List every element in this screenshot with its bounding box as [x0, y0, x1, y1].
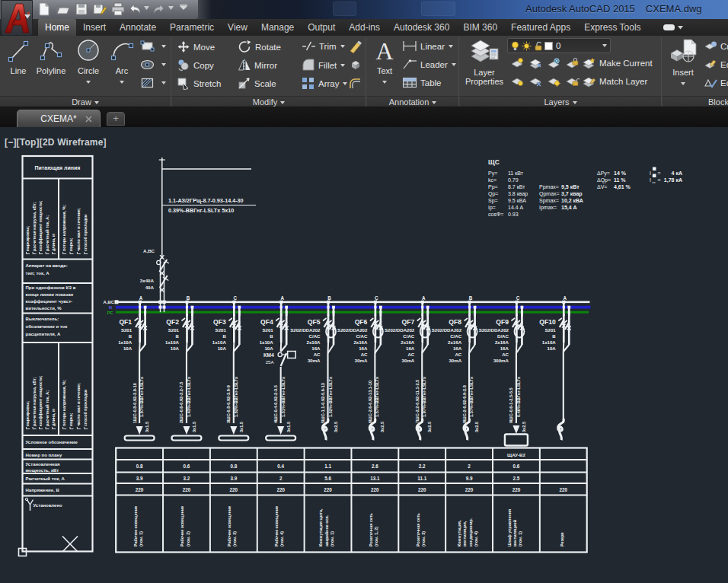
ribbon-tab-home[interactable]: Home: [38, 19, 76, 36]
panel-label-draw[interactable]: Draw: [0, 96, 171, 107]
ribbon-display-toggle[interactable]: [663, 19, 683, 36]
leader-button[interactable]: Leader: [402, 59, 456, 70]
scale-button[interactable]: Scale: [238, 77, 276, 90]
text-dropdown-icon[interactable]: [382, 81, 387, 84]
circle-dropdown-icon[interactable]: [86, 81, 91, 84]
application-menu-button[interactable]: [1, 0, 33, 36]
autocad-window: Autodesk AutoCAD 2015CXEMA.dwg: [0, 0, 728, 583]
svg-text:220: 220: [371, 487, 379, 492]
layer-freeze-button[interactable]: [547, 57, 564, 69]
redo-button[interactable]: [152, 2, 167, 17]
drawing-canvas[interactable]: [−][Top][2D Wireframe] Питающая линиямар…: [0, 127, 728, 583]
stretch-button[interactable]: Stretch: [177, 77, 221, 90]
mirror-button[interactable]: Mirror: [238, 59, 277, 72]
copy-button[interactable]: Copy: [177, 59, 214, 72]
fillet-dropdown-icon[interactable]: [340, 64, 345, 67]
scale-icon: [238, 77, 251, 90]
ribbon-tab-add-ins[interactable]: Add-ins: [342, 19, 387, 36]
ribbon-tab-bim-360[interactable]: BIM 360: [456, 19, 504, 36]
explode-button[interactable]: [349, 59, 366, 72]
open-file-button[interactable]: [56, 2, 71, 17]
qat-customize-button[interactable]: [176, 2, 191, 17]
svg-text:марка;: марка;: [69, 413, 73, 426]
panel-label-annotation[interactable]: Annotation: [367, 96, 458, 107]
redo-dropdown[interactable]: [168, 6, 174, 11]
ribbon-toggle-icon: [663, 24, 683, 31]
plot-button[interactable]: [110, 2, 126, 17]
line-button[interactable]: Line: [5, 38, 32, 75]
ribbon-tab-parametric[interactable]: Parametric: [163, 19, 221, 36]
make-current-button[interactable]: Make Current: [582, 57, 653, 69]
ribbon-tab-manage[interactable]: Manage: [254, 19, 301, 36]
layer-unisolate-button[interactable]: [528, 57, 546, 69]
move-button[interactable]: Move: [177, 40, 215, 53]
rectangle-dropdown-icon[interactable]: [161, 45, 166, 48]
ellipse-dropdown-icon[interactable]: [161, 63, 166, 66]
file-tab-cxema[interactable]: CXEMA*: [17, 110, 101, 127]
dimension-linear-button[interactable]: Linear: [402, 40, 453, 52]
text-button[interactable]: A Text: [370, 38, 399, 85]
layer-unlock-button[interactable]: [565, 75, 583, 88]
svg-text:1.97%-ВВГнг-LSLTх: 1.97%-ВВГнг-LSLTх: [422, 376, 426, 417]
layer-combo-dropdown-icon[interactable]: [602, 44, 607, 47]
layer-on-button[interactable]: [510, 75, 528, 88]
array-button[interactable]: Array: [302, 77, 347, 90]
save-button[interactable]: [74, 2, 89, 17]
ribbon-tab-insert[interactable]: Insert: [76, 19, 113, 36]
trim-button[interactable]: Trim: [302, 40, 345, 53]
erase-button[interactable]: [349, 40, 366, 53]
leader-dropdown-icon[interactable]: [452, 63, 456, 66]
ribbon-tab-express-tools[interactable]: Express Tools: [577, 19, 647, 36]
arc-button[interactable]: Arc: [107, 38, 136, 85]
undo-button[interactable]: [127, 2, 142, 17]
layer-select[interactable]: 0: [507, 38, 611, 53]
ribbon-tab-view[interactable]: View: [221, 19, 254, 36]
ribbon-tab-output[interactable]: Output: [301, 19, 342, 36]
edit-block-button[interactable]: Edit: [704, 59, 728, 71]
svg-text:C/AC: C/AC: [356, 333, 367, 339]
ellipse-button[interactable]: [140, 59, 166, 71]
table-button[interactable]: Table: [402, 77, 442, 88]
layer-thaw-button[interactable]: [547, 75, 564, 88]
hatch-dropdown-icon[interactable]: [161, 81, 166, 84]
svg-text:Spmax=: Spmax=: [539, 198, 559, 204]
svg-text:3х2.5: 3х2.5: [427, 422, 432, 432]
match-layer-button[interactable]: Match Layer: [582, 75, 647, 88]
circle-button[interactable]: Circle: [72, 38, 105, 85]
fillet-button[interactable]: Fillet: [302, 59, 345, 72]
svg-text:5.6: 5.6: [324, 476, 331, 481]
svg-text:аварийное осв.: аварийное осв.: [324, 515, 329, 546]
ribbon-tab-autodesk-360[interactable]: Autodesk 360: [387, 19, 456, 36]
new-file-button[interactable]: [37, 2, 52, 17]
new-file-tab-button[interactable]: +: [107, 112, 125, 126]
layer-isolate-button[interactable]: [510, 57, 528, 69]
panel-label-modify[interactable]: Modify: [172, 96, 366, 107]
ribbon-tab-annotate[interactable]: Annotate: [113, 19, 163, 36]
file-tab-close-icon[interactable]: [85, 115, 93, 123]
panel-label-layers[interactable]: Layers: [460, 96, 661, 107]
polyline-button[interactable]: Polyline: [32, 38, 70, 75]
linear-dropdown-icon[interactable]: [449, 45, 453, 48]
trim-dropdown-icon[interactable]: [340, 45, 345, 48]
panel-label-block[interactable]: Block: [663, 96, 728, 107]
arc-dropdown-icon[interactable]: [120, 81, 124, 84]
undo-dropdown[interactable]: [144, 6, 149, 11]
svg-text:N: N: [109, 305, 112, 310]
offset-button[interactable]: [349, 77, 366, 90]
insert-dropdown-icon[interactable]: [681, 82, 685, 85]
create-block-button[interactable]: Create: [704, 40, 728, 53]
svg-text:10А: 10А: [218, 346, 227, 351]
layer-lock-button[interactable]: [565, 57, 583, 69]
hatch-button[interactable]: [140, 77, 166, 89]
layer-properties-button[interactable]: Layer Properties: [463, 38, 506, 86]
match-layer-icon: [582, 75, 596, 88]
insert-button[interactable]: Insert: [666, 38, 701, 87]
array-icon: [302, 77, 315, 90]
ribbon-tab-featured-apps[interactable]: Featured Apps: [504, 19, 577, 36]
layer-off-button[interactable]: [528, 75, 546, 88]
save-as-button[interactable]: [92, 2, 107, 17]
rotate-button[interactable]: Rotate: [238, 40, 281, 53]
array-dropdown-icon[interactable]: [343, 82, 347, 85]
rectangle-button[interactable]: [140, 40, 166, 53]
edit-attribute-button[interactable]: Edit: [704, 77, 728, 89]
